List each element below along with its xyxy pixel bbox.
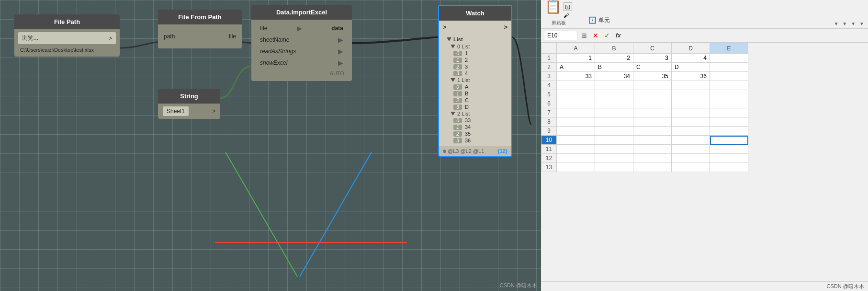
col-header-a[interactable]: A bbox=[557, 43, 595, 54]
browse-button[interactable]: 浏览... > bbox=[18, 32, 116, 44]
cell-c6[interactable] bbox=[633, 99, 672, 108]
cell-d10[interactable] bbox=[672, 136, 710, 145]
cell-b10[interactable] bbox=[595, 136, 633, 145]
col-header-c[interactable]: C bbox=[633, 43, 672, 54]
fx-label: fx bbox=[616, 32, 621, 39]
cell-b12[interactable] bbox=[595, 154, 633, 163]
checkmark-icon[interactable]: ✓ bbox=[602, 32, 612, 39]
cell-e3[interactable] bbox=[710, 72, 748, 81]
cell-e1[interactable] bbox=[710, 54, 748, 63]
paste-icon[interactable]: 📋 bbox=[545, 0, 562, 14]
cell-d12[interactable] bbox=[672, 154, 710, 163]
row-header-11: 11 bbox=[541, 145, 557, 154]
excel-arrow-sheetname: ▶ bbox=[338, 36, 343, 44]
cell-a6[interactable] bbox=[557, 99, 595, 108]
cell-c4[interactable] bbox=[633, 81, 672, 90]
cell-e7[interactable] bbox=[710, 108, 748, 117]
cell-e2[interactable] bbox=[710, 63, 748, 72]
cell-a11[interactable] bbox=[557, 145, 595, 154]
table-row: 6 bbox=[541, 99, 748, 108]
cell-b3[interactable]: 34 bbox=[595, 72, 633, 81]
cell-b4[interactable] bbox=[595, 81, 633, 90]
formula-input[interactable] bbox=[625, 31, 865, 40]
cell-a5[interactable] bbox=[557, 90, 595, 99]
cell-b9[interactable] bbox=[595, 127, 633, 136]
cell-c10[interactable] bbox=[633, 136, 672, 145]
col-header-b[interactable]: B bbox=[595, 43, 633, 54]
node-importexcel: Data.ImportExcel file ▶ data sheetName ▶… bbox=[251, 5, 352, 81]
cell-c3[interactable]: 35 bbox=[633, 72, 672, 81]
cell-a1[interactable]: 1 bbox=[557, 54, 595, 63]
cell-a3[interactable]: 33 bbox=[557, 72, 595, 81]
cell-d8[interactable] bbox=[672, 117, 710, 127]
col-header-e[interactable]: E bbox=[710, 43, 748, 54]
row-header-12: 12 bbox=[541, 154, 557, 163]
cell-b2[interactable]: B bbox=[595, 63, 633, 72]
cell-c2[interactable]: C bbox=[633, 63, 672, 72]
table-row: 11 bbox=[541, 145, 748, 154]
cell-c1[interactable]: 3 bbox=[633, 54, 672, 63]
formula-expand-btn[interactable]: ⊞ bbox=[579, 32, 589, 39]
cell-b8[interactable] bbox=[595, 117, 633, 127]
table-row: 1 1 2 3 4 bbox=[541, 54, 748, 63]
excel-arrow-showexcel: ▶ bbox=[338, 59, 343, 67]
string-arrow: > bbox=[212, 108, 215, 115]
cell-e9[interactable] bbox=[710, 127, 748, 136]
cell-c9[interactable] bbox=[633, 127, 672, 136]
cell-c8[interactable] bbox=[633, 117, 672, 127]
cell-d11[interactable] bbox=[672, 145, 710, 154]
cell-a2[interactable]: A bbox=[557, 63, 595, 72]
dynamo-canvas[interactable]: File Path 浏览... > C:\Users\caizi\Desktop… bbox=[0, 0, 541, 291]
cell-b5[interactable] bbox=[595, 90, 633, 99]
cell-e4[interactable] bbox=[710, 81, 748, 90]
cell-c11[interactable] bbox=[633, 145, 672, 154]
cell-d5[interactable] bbox=[672, 90, 710, 99]
excel-port-file: file bbox=[260, 25, 267, 32]
cell-d13[interactable] bbox=[672, 163, 710, 172]
copy-icon[interactable]: ⊡ bbox=[564, 2, 572, 11]
cell-b7[interactable] bbox=[595, 108, 633, 117]
cell-d6[interactable] bbox=[672, 99, 710, 108]
cell-d7[interactable] bbox=[672, 108, 710, 117]
cell-a8[interactable] bbox=[557, 117, 595, 127]
cell-e11[interactable] bbox=[710, 145, 748, 154]
cell-e8[interactable] bbox=[710, 117, 748, 127]
cross-icon[interactable]: ✕ bbox=[591, 32, 600, 39]
cell-a9[interactable] bbox=[557, 127, 595, 136]
cell-d9[interactable] bbox=[672, 127, 710, 136]
node-filefrompath-title: File From Path bbox=[158, 10, 242, 24]
cell-reference-input[interactable] bbox=[544, 31, 577, 40]
format-painter-icon[interactable]: 🖌 bbox=[564, 12, 572, 19]
ribbon-divider-1 bbox=[580, 7, 580, 26]
cell-a12[interactable] bbox=[557, 154, 595, 163]
excel-port-data: data bbox=[331, 25, 343, 32]
cell-b13[interactable] bbox=[595, 163, 633, 172]
cell-a7[interactable] bbox=[557, 108, 595, 117]
cell-a4[interactable] bbox=[557, 81, 595, 90]
cell-d2[interactable]: D bbox=[672, 63, 710, 72]
cell-d3[interactable]: 36 bbox=[672, 72, 710, 81]
cell-e6[interactable] bbox=[710, 99, 748, 108]
node-string-title: String bbox=[158, 89, 220, 104]
row-header-9: 9 bbox=[541, 127, 557, 136]
expand-icon[interactable]: ⊡ bbox=[588, 14, 597, 26]
watch-footer-tags: @L3 @L2 @L1 bbox=[443, 148, 484, 154]
cell-a10[interactable] bbox=[557, 136, 595, 145]
cell-c13[interactable] bbox=[633, 163, 672, 172]
cell-b1[interactable]: 2 bbox=[595, 54, 633, 63]
cell-e12[interactable] bbox=[710, 154, 748, 163]
cell-e10[interactable] bbox=[710, 136, 748, 145]
cell-d1[interactable]: 4 bbox=[672, 54, 710, 63]
cell-c12[interactable] bbox=[633, 154, 672, 163]
cell-a13[interactable] bbox=[557, 163, 595, 172]
cut-icon[interactable]: ✂ bbox=[564, 0, 572, 1]
cell-c5[interactable] bbox=[633, 90, 672, 99]
col-header-d[interactable]: D bbox=[672, 43, 710, 54]
cell-b6[interactable] bbox=[595, 99, 633, 108]
cell-c7[interactable] bbox=[633, 108, 672, 117]
cell-d4[interactable] bbox=[672, 81, 710, 90]
cell-b11[interactable] bbox=[595, 145, 633, 154]
filefrompath-port-in: path bbox=[164, 33, 175, 40]
cell-e5[interactable] bbox=[710, 90, 748, 99]
cell-e13[interactable] bbox=[710, 163, 748, 172]
